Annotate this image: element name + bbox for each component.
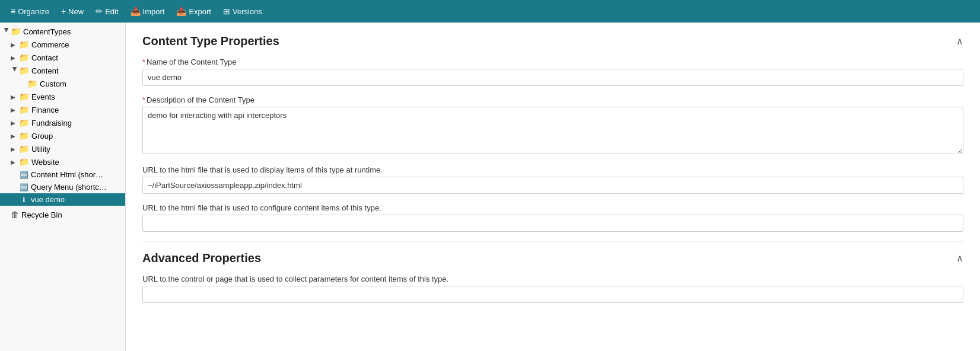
main-section-title: Content Type Properties (142, 34, 279, 48)
sidebar-item-commerce[interactable]: ▶ 📁 Commerce (0, 38, 125, 51)
sidebar-item-fundraising[interactable]: ▶ 📁 Fundraising (0, 116, 125, 129)
utility-folder-icon: 📁 (19, 144, 29, 154)
fundraising-arrow: ▶ (11, 120, 19, 126)
content-html-page-icon: 🔤 (19, 171, 28, 179)
root-folder-icon: 📁 (11, 27, 21, 36)
description-label: *Description of the Content Type (142, 95, 963, 104)
contact-folder-icon: 📁 (19, 53, 29, 62)
events-folder-icon: 📁 (19, 92, 29, 101)
commerce-label: Commerce (31, 40, 69, 49)
name-label: *Name of the Content Type (142, 58, 963, 66)
url-config-field-group: URL to the html file that is used to con… (142, 203, 963, 232)
website-label: Website (31, 158, 59, 167)
events-arrow: ▶ (11, 94, 19, 100)
new-button[interactable]: + New (55, 3, 90, 20)
content-folder-icon: 📁 (19, 66, 29, 75)
root-arrow: ▶ (4, 27, 10, 36)
url-display-field-group: URL to the html file that is used to dis… (142, 165, 963, 194)
query-menu-page-icon: 🔤 (19, 183, 28, 192)
url-display-label: URL to the html file that is used to dis… (142, 165, 963, 174)
fundraising-label: Fundraising (31, 119, 72, 127)
name-input[interactable] (142, 69, 963, 86)
group-arrow: ▶ (11, 133, 19, 139)
finance-folder-icon: 📁 (19, 105, 29, 114)
custom-folder-icon: 📁 (27, 79, 37, 88)
description-textarea[interactable] (142, 107, 963, 154)
content-html-label: Content Html (shor… (31, 170, 103, 179)
url-config-label: URL to the html file that is used to con… (142, 203, 963, 212)
sidebar-item-events[interactable]: ▶ 📁 Events (0, 90, 125, 103)
sidebar-root[interactable]: ▶ 📁 ContentTypes (0, 25, 125, 38)
recycle-bin-label: Recycle Bin (21, 210, 62, 219)
events-label: Events (31, 92, 55, 101)
new-icon: + (61, 7, 66, 16)
url-control-input[interactable] (142, 286, 963, 303)
sidebar-item-contact[interactable]: ▶ 📁 Contact (0, 51, 125, 64)
name-field-group: *Name of the Content Type (142, 58, 963, 86)
url-config-input[interactable] (142, 215, 963, 232)
custom-label: Custom (40, 79, 66, 88)
versions-button[interactable]: ⊞ Versions (217, 3, 268, 20)
sidebar-item-group[interactable]: ▶ 📁 Group (0, 129, 125, 142)
url-control-field-group: URL to the control or page that is used … (142, 275, 963, 303)
main-section-header: Content Type Properties ∧ (142, 34, 963, 48)
sidebar-item-query-menu[interactable]: ▶ 🔤 Query Menu (shortc… (0, 181, 125, 193)
import-icon: 📥 (131, 7, 141, 16)
sidebar-item-recycle-bin[interactable]: ▶ 🗑 Recycle Bin (0, 208, 125, 221)
content-area: Content Type Properties ∧ *Name of the C… (126, 23, 980, 351)
sidebar-item-content[interactable]: ▶ 📁 Content (0, 64, 125, 77)
export-button[interactable]: 📤 Export (170, 3, 217, 20)
website-folder-icon: 📁 (19, 157, 29, 167)
edit-button[interactable]: ✏ Edit (90, 3, 124, 20)
sidebar-item-content-html[interactable]: ▶ 🔤 Content Html (shor… (0, 168, 125, 181)
advanced-section-header: Advanced Properties ∧ (142, 251, 963, 265)
section-divider (142, 241, 963, 242)
import-button[interactable]: 📥 Import (125, 3, 171, 20)
commerce-arrow: ▶ (11, 42, 19, 48)
export-icon: 📤 (176, 7, 186, 16)
commerce-folder-icon: 📁 (19, 40, 29, 49)
sidebar-item-vue-demo[interactable]: ▶ ℹ vue demo (0, 193, 125, 206)
sidebar-item-website[interactable]: ▶ 📁 Website (0, 155, 125, 168)
website-arrow: ▶ (11, 159, 19, 165)
content-arrow: ▶ (12, 66, 18, 75)
root-label: ContentTypes (23, 27, 71, 36)
finance-label: Finance (31, 106, 59, 114)
vue-demo-label: vue demo (31, 195, 65, 204)
finance-arrow: ▶ (11, 107, 19, 113)
toolbar: ≡ Organize + New ✏ Edit 📥 Import 📤 Expor… (0, 0, 980, 23)
main-layout: ▶ 📁 ContentTypes ▶ 📁 Commerce ▶ 📁 Contac… (0, 23, 980, 351)
organize-button[interactable]: ≡ Organize (5, 3, 55, 20)
contact-arrow: ▶ (11, 55, 19, 61)
name-required-star: * (142, 58, 145, 66)
url-display-input[interactable] (142, 177, 963, 194)
group-folder-icon: 📁 (19, 131, 29, 141)
utility-label: Utility (31, 145, 50, 154)
vue-demo-page-icon: ℹ (19, 196, 28, 204)
sidebar-item-utility[interactable]: ▶ 📁 Utility (0, 142, 125, 155)
query-menu-label: Query Menu (shortc… (31, 183, 107, 192)
fundraising-folder-icon: 📁 (19, 118, 29, 127)
content-label: Content (31, 66, 59, 75)
sidebar: ▶ 📁 ContentTypes ▶ 📁 Commerce ▶ 📁 Contac… (0, 23, 126, 351)
advanced-section-collapse-button[interactable]: ∧ (956, 253, 963, 264)
utility-arrow: ▶ (11, 146, 19, 152)
main-section-collapse-button[interactable]: ∧ (956, 36, 963, 47)
description-required-star: * (142, 95, 145, 104)
sidebar-item-finance[interactable]: ▶ 📁 Finance (0, 103, 125, 116)
group-label: Group (31, 132, 53, 141)
contact-label: Contact (31, 53, 58, 62)
organize-icon: ≡ (11, 7, 15, 16)
advanced-section-title: Advanced Properties (142, 251, 261, 265)
sidebar-item-custom[interactable]: ▶ 📁 Custom (0, 77, 125, 90)
edit-icon: ✏ (96, 7, 103, 16)
versions-icon: ⊞ (223, 7, 230, 16)
url-control-label: URL to the control or page that is used … (142, 275, 963, 283)
description-field-group: *Description of the Content Type (142, 95, 963, 156)
recycle-bin-icon: 🗑 (11, 210, 19, 219)
